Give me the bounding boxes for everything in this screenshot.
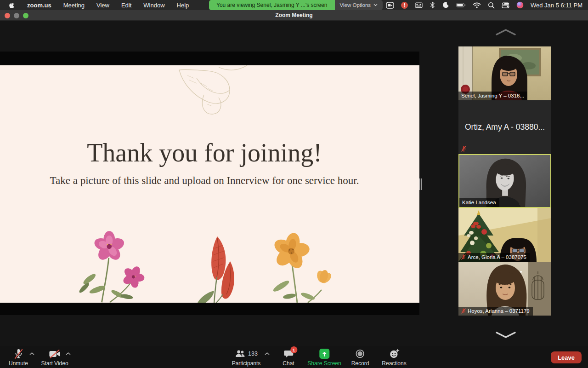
chevron-down-icon [373,4,378,6]
muted-mic-icon [461,254,466,260]
apple-menu-icon[interactable] [8,1,15,9]
menu-help[interactable]: Help [177,2,189,9]
siri-icon[interactable] [516,1,524,9]
reactions-button[interactable]: Reactions [382,348,406,367]
window-title: Zoom Meeting [0,12,588,18]
wifi-icon[interactable] [473,2,481,9]
bluetooth-icon[interactable] [430,1,435,9]
video-options-caret[interactable] [66,352,71,355]
participant-tile-arce[interactable]: Arce, Gloria A – 0387075 [458,208,551,262]
participants-count: 133 [248,351,258,357]
menu-meeting[interactable]: Meeting [63,2,85,9]
menu-edit[interactable]: Edit [121,2,131,9]
share-screen-label: Share Screen [307,360,341,367]
chat-unread-badge: 1 [290,346,297,353]
search-icon[interactable] [488,2,495,9]
chat-label: Chat [283,360,294,367]
moon-icon[interactable] [442,1,449,9]
participants-icon [235,350,246,358]
macos-menu-bar: zoom.us Meeting View Edit Window Help Yo… [0,0,588,10]
participant-name: Arce, Gloria A – 0387075 [468,254,526,260]
panel-resize-handle[interactable] [419,178,423,190]
video-off-icon [49,349,61,359]
battery-icon[interactable] [456,1,466,9]
participant-tile-hoyos[interactable]: Hoyos, Arianna – 0371179 [458,262,551,316]
menu-app-name[interactable]: zoom.us [27,2,51,9]
record-label: Record [351,360,369,367]
participant-tile-ortiz[interactable]: Ortiz, Amy A - 03880... [458,100,551,154]
window-title-bar: Zoom Meeting [0,10,588,21]
participant-tile-senel[interactable]: Senel, Jasming Y – 0316... [458,46,551,100]
red-plumes-illustration [191,235,246,303]
keyboard-icon[interactable] [415,1,423,9]
pink-flowers-illustration [67,225,168,303]
record-alert-icon[interactable] [401,2,408,9]
menu-window[interactable]: Window [143,2,164,9]
orange-flowers-illustration [254,227,341,303]
view-options-label: View Options [340,2,371,8]
menu-view[interactable]: View [96,2,109,9]
presentation-slide: Thank you for joining! Take a picture of… [0,65,419,303]
unmute-options-caret[interactable] [29,352,34,355]
start-video-label: Start Video [41,360,68,367]
start-video-button[interactable]: Start Video [41,348,68,367]
unmute-button[interactable]: Unmute [9,348,28,367]
leave-button[interactable]: Leave [551,351,582,363]
reactions-smiley-icon [389,348,400,359]
muted-mic-icon [13,348,24,360]
screen-share-banner: You are viewing Senel, Jasming Y ...'s s… [209,0,383,10]
participant-tiles: Senel, Jasming Y – 0316... Ortiz, Amy A … [458,46,551,316]
record-button[interactable]: Record [351,348,369,367]
participants-button[interactable]: 133 Participants [232,348,261,367]
participants-label: Participants [232,360,261,367]
participant-tile-katie[interactable]: Katie Landsea [458,154,551,208]
slide-subtitle: Take a picture of this slide and upload … [0,175,409,187]
view-options-button[interactable]: View Options [335,0,383,10]
participant-name: Hoyos, Arianna – 0371179 [468,308,530,314]
chat-button[interactable]: 1 Chat [283,348,294,367]
unmute-label: Unmute [9,360,28,367]
share-screen-icon [319,349,329,359]
zoom-camera-icon[interactable] [386,1,394,9]
record-icon [355,349,365,359]
menu-clock[interactable]: Wed Jan 5 6:11 PM [531,2,582,9]
participant-name: Ortiz, Amy A - 03880... [458,122,551,132]
participant-name: Katie Landsea [462,200,496,205]
shared-screen-area: Thank you for joining! Take a picture of… [0,52,419,315]
muted-mic-icon [461,146,466,152]
participant-name: Senel, Jasming Y – 0316... [461,93,524,98]
meeting-toolbar: Unmute Start Video 133 Participants 1 Ch… [0,346,588,368]
scroll-up-chevron[interactable] [495,29,516,36]
share-screen-button[interactable]: Share Screen [307,348,341,367]
sketch-flower-illustration [178,65,256,117]
participants-options-caret[interactable] [265,352,270,355]
slide-title: Thank you for joining! [0,138,409,167]
scroll-down-chevron[interactable] [495,331,516,339]
muted-mic-icon [461,308,466,314]
control-center-icon[interactable] [502,1,509,9]
share-banner-text: You are viewing Senel, Jasming Y ...'s s… [209,0,335,10]
reactions-label: Reactions [382,360,406,367]
